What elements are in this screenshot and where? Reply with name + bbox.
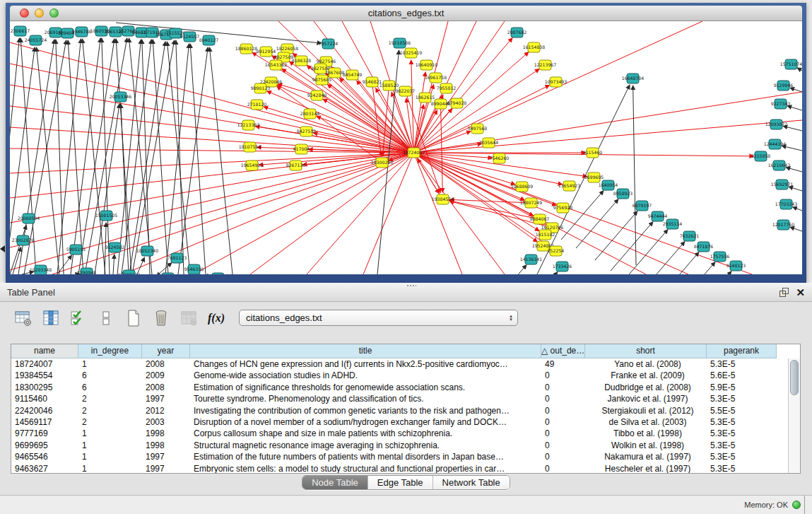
table-cell[interactable]: Disruption of a novel member of a sodium… — [190, 416, 541, 428]
table-cell[interactable]: 1998 — [142, 440, 190, 451]
table-selector-dropdown[interactable]: citations_edges.txt ▲▼ — [239, 310, 518, 326]
column-header-title[interactable]: title — [190, 344, 541, 358]
table-cell[interactable]: 5.9E-5 — [707, 382, 777, 393]
table-cell[interactable]: 2 — [78, 416, 142, 428]
row-selection-button[interactable] — [68, 308, 89, 329]
function-builder-button[interactable]: f(x) — [206, 308, 227, 329]
tab-edge-table[interactable]: Edge Table — [367, 476, 433, 489]
table-row[interactable]: 977716911998Corpus callosum shape and si… — [11, 428, 800, 439]
table-cell[interactable]: 22420046 — [11, 405, 78, 416]
table-cell[interactable]: 9115460 — [11, 393, 78, 404]
table-cell[interactable]: 0 — [541, 405, 585, 416]
table-cell[interactable]: Dudbridge et al. (2008) — [585, 382, 707, 393]
table-cell[interactable]: 9463627 — [11, 463, 78, 474]
table-cell[interactable]: 19384554 — [11, 370, 78, 381]
table-cell[interactable]: Franke et al. (2009) — [585, 370, 707, 381]
close-panel-button[interactable]: ✕ — [796, 288, 805, 297]
table-cell[interactable]: 2012 — [142, 405, 190, 416]
table-cell[interactable]: Nakamura et al. (1997) — [585, 451, 707, 462]
float-panel-button[interactable] — [779, 288, 789, 297]
table-cell[interactable]: Changes of HCN gene expression and I(f) … — [190, 358, 541, 370]
table-cell[interactable]: 5.5E-5 — [707, 405, 777, 416]
table-row[interactable]: 911546021997Tourette syndrome. Phenomeno… — [11, 393, 800, 404]
graph-node[interactable] — [212, 273, 224, 274]
column-header-pagerank[interactable]: pagerank — [707, 344, 777, 358]
table-cell[interactable]: Hescheler et al. (1997) — [585, 463, 707, 474]
table-cell[interactable]: 5.6E-5 — [707, 370, 777, 381]
table-cell[interactable]: 5.3E-5 — [707, 358, 777, 370]
table-settings-button[interactable] — [13, 308, 34, 329]
table-cell[interactable]: Stergiakouli et al. (2012) — [585, 405, 707, 416]
table-cell[interactable]: 0 — [541, 463, 585, 474]
table-cell[interactable]: Corpus callosum shape and size in male p… — [190, 428, 541, 439]
table-cell[interactable]: 0 — [541, 382, 585, 393]
table-row[interactable]: 946362711997Embryonic stem cells: a mode… — [11, 463, 800, 474]
table-row[interactable]: 2242004622012Investigating the contribut… — [11, 405, 800, 416]
table-cell[interactable]: 1997 — [142, 451, 190, 462]
close-window-button[interactable] — [20, 8, 29, 18]
delete-table-button[interactable] — [151, 308, 172, 329]
table-cell[interactable]: 5.3E-5 — [707, 393, 777, 404]
collapse-arrow-icon[interactable] — [0, 245, 5, 252]
table-cell[interactable]: 1 — [78, 451, 142, 462]
table-cell[interactable]: Wolkin et al. (1998) — [585, 440, 707, 451]
table-cell[interactable]: 0 — [541, 440, 585, 451]
table-cell[interactable]: 1 — [78, 463, 142, 474]
table-row[interactable]: 946554611997Estimation of the future num… — [11, 451, 800, 462]
tab-network-table[interactable]: Network Table — [433, 476, 510, 489]
table-cell[interactable]: Embryonic stem cells: a model to study s… — [190, 463, 541, 474]
table-cell[interactable]: 1 — [78, 440, 142, 451]
table-cell[interactable]: Estimation of significance thresholds fo… — [190, 382, 541, 393]
column-header-short[interactable]: short — [585, 344, 707, 358]
window-titlebar[interactable]: citations_edges.txt — [10, 6, 802, 21]
table-cell[interactable]: 0 — [541, 451, 585, 462]
table-cell[interactable]: 1 — [78, 428, 142, 439]
table-cell[interactable]: Tibbo et al. (1998) — [585, 428, 707, 439]
table-cell[interactable]: Genome-wide association studies in ADHD. — [190, 370, 541, 381]
network-canvas[interactable]: 1872400718860128891295418226058982750916… — [10, 21, 802, 274]
table-cell[interactable]: 6 — [78, 370, 142, 381]
new-table-button[interactable] — [123, 308, 144, 329]
column-chooser-button[interactable] — [40, 308, 61, 329]
table-cell[interactable]: 9699695 — [11, 440, 78, 451]
table-cell[interactable]: 0 — [541, 416, 585, 428]
vertical-scrollbar[interactable] — [788, 358, 800, 473]
table-row[interactable]: 1872400712008Changes of HCN gene express… — [11, 358, 800, 370]
table-cell[interactable]: 0 — [541, 370, 585, 381]
table-cell[interactable]: 14569117 — [11, 416, 78, 428]
column-header-year[interactable]: year — [142, 344, 190, 358]
table-cell[interactable]: 1997 — [142, 393, 190, 404]
table-cell[interactable]: 5.3E-5 — [707, 416, 777, 428]
table-cell[interactable]: Jankovic et al. (1997) — [585, 393, 707, 404]
table-cell[interactable]: 2 — [78, 393, 142, 404]
table-row[interactable]: 1938455462009Genome-wide association stu… — [11, 370, 800, 381]
table-cell[interactable]: 2003 — [142, 416, 190, 428]
table-cell[interactable]: 1997 — [142, 463, 190, 474]
table-cell[interactable]: 0 — [541, 393, 585, 404]
table-cell[interactable]: Estimation of the future numbers of pati… — [190, 451, 541, 462]
column-header-name[interactable]: name — [11, 344, 78, 358]
scrollbar-thumb[interactable] — [790, 360, 799, 395]
table-cell[interactable]: 0 — [541, 428, 585, 439]
minimize-window-button[interactable] — [35, 8, 44, 18]
table-cell[interactable]: 18724007 — [11, 358, 78, 370]
table-cell[interactable]: 9465546 — [11, 451, 78, 462]
table-cell[interactable]: Tourette syndrome. Phenomenology and cla… — [190, 393, 541, 404]
table-cell[interactable]: 1998 — [142, 428, 190, 439]
table-row[interactable]: 1456911722003Disruption of a novel membe… — [11, 416, 800, 428]
table-row[interactable]: 969969511998Structural magnetic resonanc… — [11, 440, 800, 451]
table-cell[interactable]: Yano et al. (2008) — [585, 358, 707, 370]
table-cell[interactable]: 2008 — [142, 382, 190, 393]
table-cell[interactable]: 2 — [78, 405, 142, 416]
table-cell[interactable]: Investigating the contribution of common… — [190, 405, 541, 416]
table-cell[interactable]: de Silva et al. (2003) — [585, 416, 707, 428]
table-cell[interactable]: 2008 — [142, 358, 190, 370]
stacked-rows-button[interactable] — [95, 308, 117, 329]
table-cell[interactable]: 5.3E-5 — [707, 463, 777, 474]
table-cell[interactable]: 9777169 — [11, 428, 78, 439]
panel-resize-grip[interactable] — [406, 284, 416, 287]
table-cell[interactable]: 6 — [78, 382, 142, 393]
tab-node-table[interactable]: Node Table — [302, 476, 367, 489]
table-cell[interactable]: 5.3E-5 — [707, 440, 777, 451]
table-row[interactable]: 1830029562008Estimation of significance … — [11, 382, 800, 393]
